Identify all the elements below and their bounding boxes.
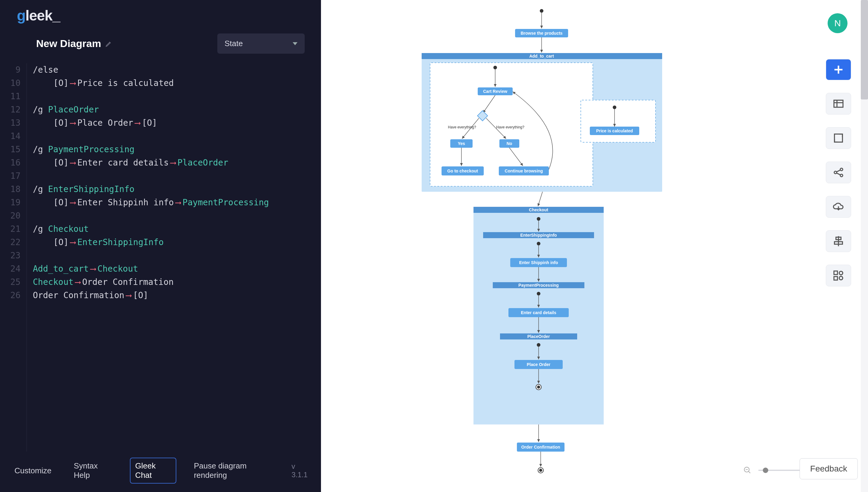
svg-text:Have everything?: Have everything?	[496, 125, 525, 129]
expand-icon[interactable]	[826, 127, 851, 149]
svg-point-48	[537, 386, 540, 389]
left-panel: gleek_ New Diagram State 910111213141516…	[0, 0, 321, 492]
gleek-chat-button[interactable]: Gleek Chat	[130, 458, 177, 484]
right-toolbar	[826, 59, 851, 287]
svg-point-62	[839, 271, 843, 275]
diagram-type-dropdown[interactable]: State	[217, 33, 305, 54]
node-enter-card[interactable]: Enter card details	[521, 310, 556, 315]
node-enter-shipping[interactable]: Enter Shippinh info	[519, 260, 558, 265]
node-cart-review[interactable]: Cart Review	[483, 89, 507, 94]
node-browse[interactable]: Browse the products	[520, 31, 562, 35]
svg-rect-20	[581, 100, 656, 142]
svg-point-21	[613, 105, 616, 109]
diagram-canvas[interactable]: Browse the products Add_to_cart Cart Rev…	[321, 0, 868, 492]
group-add-to-cart[interactable]: Add_to_cart	[529, 54, 554, 58]
svg-rect-63	[834, 276, 838, 280]
feedback-button[interactable]: Feedback	[799, 458, 858, 479]
node-price-calc[interactable]: Price is calculated	[596, 128, 633, 133]
zoom-slider-thumb[interactable]	[763, 468, 768, 473]
svg-line-24	[538, 192, 542, 206]
svg-rect-54	[834, 100, 843, 107]
share-icon[interactable]	[826, 162, 851, 183]
layout-icon[interactable]	[826, 265, 851, 287]
svg-text:Have everything?: Have everything?	[448, 125, 476, 129]
svg-point-53	[539, 469, 542, 472]
table-view-icon[interactable]	[826, 93, 851, 115]
node-continue-browsing[interactable]: Continue browsing	[505, 169, 543, 173]
svg-point-27	[537, 217, 540, 221]
node-place-order[interactable]: Place Order	[527, 362, 551, 367]
chevron-down-icon	[292, 42, 298, 45]
customize-button[interactable]: Customize	[10, 463, 56, 478]
node-order-confirmation[interactable]: Order Confirmation	[521, 445, 560, 449]
svg-point-7	[493, 66, 497, 69]
svg-point-0	[540, 9, 543, 13]
cloud-download-icon[interactable]	[826, 196, 851, 218]
svg-point-43	[537, 343, 540, 347]
edit-title-icon[interactable]	[105, 40, 112, 47]
node-no[interactable]: No	[507, 141, 512, 146]
group-enter-shipping[interactable]: EnterShippingInfo	[520, 233, 557, 238]
node-yes[interactable]: Yes	[458, 141, 465, 146]
svg-point-31	[537, 242, 540, 245]
syntax-help-button[interactable]: Syntax Help	[69, 458, 117, 483]
zoom-slider[interactable]	[758, 470, 803, 471]
svg-point-37	[537, 292, 540, 295]
align-icon[interactable]	[826, 230, 851, 252]
add-button[interactable]	[826, 59, 851, 80]
group-checkout[interactable]: Checkout	[529, 207, 548, 212]
code-editor[interactable]: 91011121314151617181920212223242526 /els…	[0, 62, 321, 451]
version-label: v 3.1.1	[291, 462, 311, 479]
diagram-type-label: State	[225, 39, 243, 48]
logo: gleek_	[17, 7, 60, 24]
node-go-checkout[interactable]: Go to checkout	[447, 169, 478, 173]
svg-rect-61	[834, 271, 838, 275]
group-place-order[interactable]: PlaceOrder	[528, 334, 550, 339]
group-payment-processing[interactable]: PaymentProcessing	[518, 283, 559, 288]
svg-point-64	[839, 276, 843, 280]
pause-rendering-button[interactable]: Pause diagram rendering	[189, 458, 279, 483]
footer-bar: Customize Syntax Help Gleek Chat Pause d…	[0, 451, 321, 492]
diagram-title[interactable]: New Diagram	[36, 38, 101, 49]
svg-rect-55	[835, 134, 843, 142]
user-avatar[interactable]: N	[827, 13, 847, 33]
zoom-out-icon[interactable]	[742, 465, 753, 476]
canvas-panel: Browse the products Add_to_cart Cart Rev…	[321, 0, 868, 492]
